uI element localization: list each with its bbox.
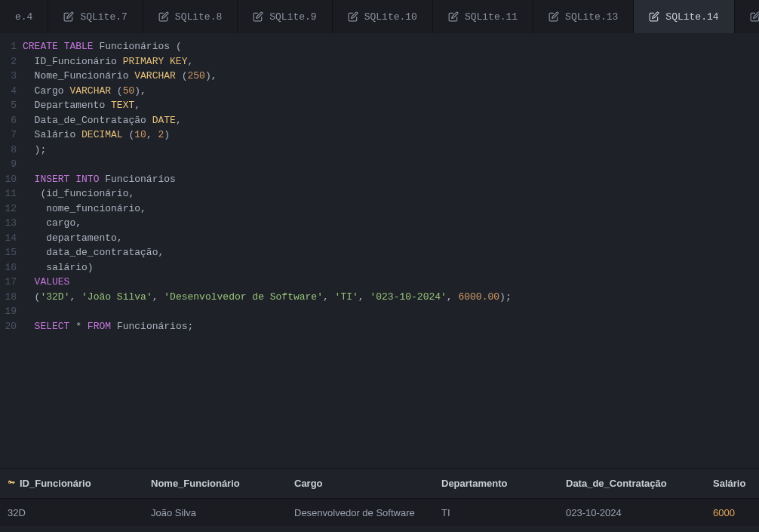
token-punc: , bbox=[146, 129, 152, 140]
token-kw: VALUES bbox=[35, 276, 70, 288]
code-line[interactable]: data_de_contratação, bbox=[23, 245, 759, 260]
token-ident: Data_de_Contratação bbox=[35, 115, 146, 126]
token-ident: salário bbox=[46, 262, 88, 273]
token-punc: , bbox=[152, 291, 158, 303]
code-line[interactable]: Cargo VARCHAR (50), bbox=[23, 84, 759, 99]
token-ident: data_de_contratação bbox=[46, 247, 158, 258]
line-number: 9 bbox=[0, 157, 17, 172]
tab-sqlite-8[interactable]: SQLite.8 bbox=[143, 0, 238, 33]
edit-icon bbox=[253, 11, 263, 22]
token-punc: , bbox=[358, 291, 364, 303]
cell-cargo[interactable]: Desenvolvedor de Software bbox=[287, 507, 434, 518]
column-header-data_de_contratação[interactable]: Data_de_Contratação bbox=[558, 478, 705, 489]
results-header-row: ID_FuncionárioNome_FuncionárioCargoDepar… bbox=[0, 469, 759, 499]
edit-icon bbox=[649, 11, 659, 22]
column-header-nome_funcionário[interactable]: Nome_Funcionário bbox=[143, 478, 287, 489]
tab-label: SQLite.14 bbox=[665, 11, 718, 23]
token-paren: ( bbox=[176, 41, 182, 52]
token-num: 6000.00 bbox=[458, 291, 499, 303]
token-punc: , bbox=[323, 291, 329, 303]
code-line[interactable] bbox=[23, 304, 759, 319]
code-line[interactable] bbox=[23, 157, 759, 172]
cell-departamento[interactable]: TI bbox=[434, 507, 558, 518]
tab-sqlite[interactable]: SQLite bbox=[735, 0, 759, 33]
token-num: 250 bbox=[187, 70, 204, 81]
code-line[interactable]: CREATE TABLE Funcionários ( bbox=[23, 39, 759, 54]
token-str: 'Desenvolvedor de Software' bbox=[164, 291, 323, 303]
token-punc: , bbox=[140, 203, 146, 214]
results-panel: ID_FuncionárioNome_FuncionárioCargoDepar… bbox=[0, 468, 759, 526]
token-punc: , bbox=[134, 100, 140, 111]
code-line[interactable]: salário) bbox=[23, 260, 759, 275]
cell-id_funcionário[interactable]: 32D bbox=[0, 507, 143, 518]
token-punc: , bbox=[75, 217, 81, 229]
table-row[interactable]: 32DJoão SilvaDesenvolvedor de SoftwareTI… bbox=[0, 499, 759, 526]
column-header-label: Data_de_Contratação bbox=[566, 478, 667, 489]
cell-salário[interactable]: 6000 bbox=[705, 507, 758, 518]
token-ident: departamento bbox=[46, 232, 117, 244]
token-paren: ) bbox=[205, 70, 211, 81]
token-ident: Funcionários bbox=[99, 41, 170, 52]
token-type: DATE bbox=[152, 115, 176, 126]
line-number: 13 bbox=[0, 216, 17, 231]
line-number: 17 bbox=[0, 275, 17, 290]
line-number: 16 bbox=[0, 260, 17, 275]
code-line[interactable]: departamento, bbox=[23, 231, 759, 246]
code-line[interactable]: Nome_Funcionário VARCHAR (250), bbox=[23, 69, 759, 84]
code-line[interactable]: SELECT * FROM Funcionários; bbox=[23, 319, 759, 334]
token-paren: ) bbox=[499, 291, 505, 303]
tab-e-4[interactable]: e.4 bbox=[0, 0, 48, 33]
line-gutter: 1234567891011121314151617181920 bbox=[0, 39, 23, 468]
token-num: 10 bbox=[134, 129, 146, 140]
code-line[interactable]: (id_funcionário, bbox=[23, 186, 759, 201]
token-type: VARCHAR bbox=[134, 70, 176, 81]
token-type: KEY bbox=[170, 56, 187, 67]
token-punc: ; bbox=[40, 144, 46, 155]
column-header-salário[interactable]: Salário bbox=[705, 478, 758, 489]
token-punc: , bbox=[447, 291, 453, 303]
tab-sqlite-11[interactable]: SQLite.11 bbox=[433, 0, 533, 33]
line-number: 2 bbox=[0, 54, 17, 69]
line-number: 1 bbox=[0, 39, 17, 54]
tab-sqlite-14[interactable]: SQLite.14 bbox=[634, 0, 734, 33]
tab-sqlite-9[interactable]: SQLite.9 bbox=[238, 0, 332, 33]
code-area[interactable]: CREATE TABLE Funcionários ( ID_Funcionár… bbox=[23, 39, 759, 468]
edit-icon bbox=[348, 11, 358, 22]
token-punc: ; bbox=[505, 291, 512, 303]
tab-bar: e.4SQLite.7SQLite.8SQLite.9SQLite.10SQLi… bbox=[0, 0, 759, 33]
column-header-departamento[interactable]: Departamento bbox=[434, 478, 558, 489]
code-line[interactable]: Salário DECIMAL (10, 2) bbox=[23, 128, 759, 143]
code-line[interactable]: ); bbox=[23, 143, 759, 158]
sql-editor[interactable]: 1234567891011121314151617181920 CREATE T… bbox=[0, 33, 759, 468]
code-line[interactable]: ID_Funcionário PRIMARY KEY, bbox=[23, 54, 759, 69]
token-ident: nome_funcionário bbox=[46, 203, 140, 214]
token-punc: , bbox=[187, 56, 193, 67]
cell-nome_funcionário[interactable]: João Silva bbox=[143, 507, 287, 518]
code-line[interactable]: nome_funcionário, bbox=[23, 201, 759, 217]
code-line[interactable]: INSERT INTO Funcionários bbox=[23, 172, 759, 187]
tab-sqlite-10[interactable]: SQLite.10 bbox=[333, 0, 433, 33]
tab-sqlite-13[interactable]: SQLite.13 bbox=[533, 0, 634, 33]
edit-icon bbox=[750, 11, 759, 22]
cell-data_de_contratação[interactable]: 023-10-2024 bbox=[558, 507, 705, 518]
code-line[interactable]: Data_de_Contratação DATE, bbox=[23, 113, 759, 128]
token-type: TEXT bbox=[111, 100, 134, 111]
code-line[interactable]: VALUES bbox=[23, 275, 759, 290]
code-line[interactable]: cargo, bbox=[23, 216, 759, 231]
token-kw: INTO bbox=[75, 174, 99, 185]
token-kw: FROM bbox=[88, 321, 111, 332]
tab-sqlite-7[interactable]: SQLite.7 bbox=[48, 0, 143, 33]
column-header-label: Nome_Funcionário bbox=[151, 478, 240, 489]
results-body: 32DJoão SilvaDesenvolvedor de SoftwareTI… bbox=[0, 499, 759, 526]
code-line[interactable]: Departamento TEXT, bbox=[23, 98, 759, 113]
token-paren: ( bbox=[117, 85, 123, 97]
code-line[interactable]: ('32D', 'João Silva', 'Desenvolvedor de … bbox=[23, 290, 759, 305]
token-num: 50 bbox=[123, 85, 135, 97]
tab-label: SQLite.11 bbox=[465, 11, 518, 23]
tab-label: e.4 bbox=[15, 11, 32, 23]
line-number: 19 bbox=[0, 304, 17, 319]
tab-label: SQLite.9 bbox=[269, 11, 316, 23]
tab-label: SQLite.10 bbox=[364, 11, 417, 23]
column-header-cargo[interactable]: Cargo bbox=[287, 478, 434, 489]
column-header-id_funcionário[interactable]: ID_Funcionário bbox=[0, 478, 143, 489]
